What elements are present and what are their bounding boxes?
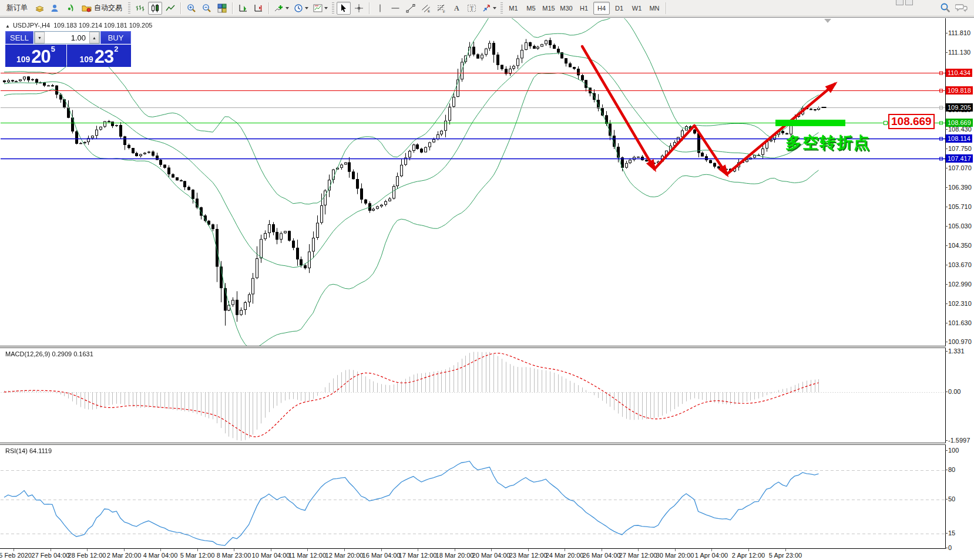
search-button[interactable] (938, 1, 952, 14)
timeframe-button-M15[interactable]: M15 (540, 2, 557, 15)
price-tick-label: 102.310 (948, 300, 972, 307)
chart-symbol-label: USDJPY-,H4 (13, 22, 50, 29)
signals-icon-button[interactable] (63, 2, 77, 15)
template-icon (313, 4, 323, 13)
svg-text:E: E (428, 9, 430, 13)
hline-anchor-handle[interactable] (884, 121, 888, 125)
trendline-button[interactable] (404, 2, 418, 15)
timeframe-button-H4[interactable]: H4 (593, 2, 610, 15)
volume-decrease-button[interactable]: ▼ (35, 32, 45, 43)
time-axis[interactable]: 25 Feb 202027 Feb 04:0028 Feb 12:002 Mar… (0, 548, 974, 560)
fibonacci-button[interactable]: F (434, 2, 448, 15)
price-tick-label: 106.390 (948, 184, 972, 191)
zoom-in-button[interactable] (184, 2, 199, 15)
pivot-annotation-text[interactable]: 多空转折点 (785, 132, 871, 153)
toolbar-grip[interactable] (501, 2, 503, 14)
bar-chart-icon (135, 4, 145, 13)
price-tick-label: 107.750 (948, 145, 972, 152)
sell-button[interactable]: SELL (5, 31, 33, 44)
time-tick (711, 549, 712, 551)
time-tick (51, 549, 51, 551)
fibonacci-icon: F (436, 4, 446, 13)
person-icon (50, 4, 59, 13)
chart-shift-marker-icon[interactable] (824, 19, 831, 23)
collapse-panel-icon[interactable]: ▲ (5, 23, 10, 29)
time-tick (307, 549, 308, 551)
clock-icon (294, 4, 303, 13)
time-tick (234, 549, 234, 551)
volume-increase-button[interactable]: ▲ (89, 32, 99, 43)
bar-chart-button[interactable] (133, 2, 147, 15)
timeframe-button-H1[interactable]: H1 (576, 2, 592, 15)
sell-price-display[interactable]: 109 20 5 (5, 45, 66, 67)
macd-scale-label: 0.00 (948, 388, 960, 395)
timeframe-button-D1[interactable]: D1 (611, 2, 627, 15)
time-tick (124, 549, 125, 551)
price-level-chip: 108.114 (946, 134, 972, 143)
horizontal-line-button[interactable] (388, 2, 402, 15)
toolbar-separator (369, 2, 370, 14)
crosshair-button[interactable] (352, 2, 366, 15)
timeframe-button-M5[interactable]: M5 (523, 2, 539, 15)
macd-label: MACD(12,26,9) 0.2909 0.1631 (5, 350, 93, 357)
text-label-button[interactable]: T (465, 2, 479, 15)
toolbar-grip[interactable] (332, 2, 334, 14)
dropdown-caret-icon (305, 7, 308, 9)
profiles-icon-button[interactable] (32, 2, 46, 15)
macd-canvas[interactable] (1, 348, 945, 443)
macd-panel: MACD(12,26,9) 0.2909 0.1631 (1, 348, 946, 443)
equidistant-channel-button[interactable]: E (419, 2, 433, 15)
price-level-chip: 107.417 (946, 154, 973, 163)
svg-text:A: A (454, 4, 459, 12)
mt4-terminal: 新订单 自动交易 (0, 0, 974, 560)
date-label: 18 Mar 20:00 (436, 552, 474, 559)
chart-shift-button[interactable] (251, 2, 266, 15)
buy-price-point: 2 (114, 41, 118, 58)
auto-scroll-icon (239, 4, 248, 13)
price-axis[interactable]: 111.810111.130110.470109.790109.110108.4… (946, 18, 974, 560)
candlestick-chart-button[interactable] (148, 2, 162, 15)
new-order-button[interactable]: 新订单 (3, 2, 31, 15)
tile-windows-icon (217, 4, 227, 13)
rsi-label: RSI(14) 64.1119 (5, 447, 52, 454)
auto-scroll-button[interactable] (236, 2, 250, 15)
indicators-button[interactable] (273, 2, 291, 15)
buy-price-display[interactable]: 109 23 2 (67, 45, 131, 67)
time-tick (160, 549, 161, 551)
cursor-button[interactable] (337, 2, 351, 15)
main-chart-canvas[interactable] (1, 18, 945, 346)
zoom-out-button[interactable] (200, 2, 214, 15)
community-icon-button[interactable] (48, 2, 62, 15)
tile-windows-button[interactable] (215, 2, 229, 15)
rsi-scale-label: 80 (948, 466, 955, 473)
chat-button[interactable] (953, 1, 970, 14)
one-click-trading-panel: SELL ▼ 1.00 ▲ BUY 109 20 5 109 (5, 31, 131, 67)
vertical-line-button[interactable] (373, 2, 387, 15)
chat-icon (955, 2, 968, 13)
crosshair-icon (354, 4, 364, 13)
dropdown-caret-icon (286, 7, 289, 9)
shapes-button[interactable] (480, 2, 498, 15)
date-label: 5 Apr 23:00 (769, 552, 802, 559)
dropdown-caret-icon (493, 7, 496, 9)
date-label: 16 Mar 04:00 (362, 552, 401, 559)
rsi-canvas[interactable] (1, 445, 945, 548)
rsi-scale-label: 0 (948, 544, 952, 551)
timeframe-button-M30[interactable]: M30 (558, 2, 575, 15)
timeframe-button-M1[interactable]: M1 (505, 2, 522, 15)
toolbar-window-controls[interactable] (894, 0, 913, 5)
timeframe-button-MN[interactable]: MN (646, 2, 663, 15)
price-box-annotation[interactable]: 108.669 (888, 114, 935, 129)
price-tick-label: 105.030 (948, 222, 972, 230)
date-label: 27 Mar 12:00 (619, 552, 657, 559)
templates-button[interactable] (311, 2, 330, 15)
timeframe-button-W1[interactable]: W1 (629, 2, 645, 15)
line-chart-button[interactable] (163, 2, 177, 15)
date-label: 2 Apr 12:00 (732, 552, 765, 559)
text-button[interactable]: A (449, 2, 464, 15)
auto-trading-button[interactable]: 自动交易 (78, 2, 126, 15)
time-tick (491, 549, 492, 551)
toolbar-grip[interactable] (128, 2, 130, 14)
periods-button[interactable] (292, 2, 310, 15)
price-tick-label: 103.670 (948, 261, 972, 268)
